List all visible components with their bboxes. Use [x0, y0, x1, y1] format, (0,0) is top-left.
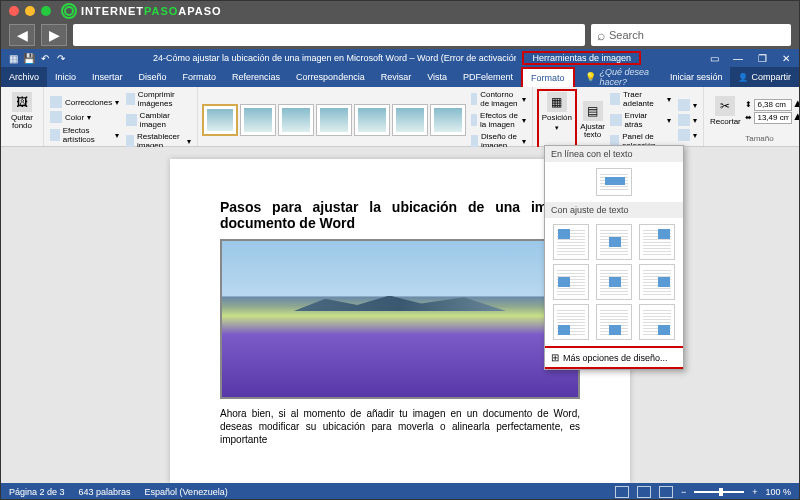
pos-bot-left[interactable]: [553, 304, 589, 340]
comprimir-button[interactable]: Comprimir imágenes: [124, 89, 193, 109]
logo-text-a: INTERNET: [81, 5, 144, 17]
style-thumb-6[interactable]: [392, 104, 428, 136]
tab-formato[interactable]: Formato: [521, 67, 575, 87]
window-title: 24-Cómo ajustar la ubicación de una imag…: [73, 53, 516, 63]
style-thumb-5[interactable]: [354, 104, 390, 136]
signin-button[interactable]: Iniciar sesión: [662, 67, 731, 87]
site-logo: INTERNETPASOAPASO: [61, 3, 222, 19]
style-thumb-1[interactable]: [202, 104, 238, 136]
ribbon-tabs: Archivo Inicio Insertar Diseño Formato R…: [1, 67, 799, 87]
tab-formato-pagina[interactable]: Formato: [175, 67, 225, 87]
minimize-dot[interactable]: [25, 6, 35, 16]
efectos-artisticos-button[interactable]: Efectos artísticos ▾: [48, 125, 121, 145]
align-icon: [678, 99, 690, 111]
tab-insertar[interactable]: Insertar: [84, 67, 131, 87]
restore-icon[interactable]: ❐: [755, 53, 769, 64]
style-thumb-7[interactable]: [430, 104, 466, 136]
group-button[interactable]: ▾: [676, 113, 699, 127]
share-button[interactable]: Compartir: [730, 67, 799, 87]
word-icon: ▦: [7, 52, 19, 64]
zoom-in-button[interactable]: +: [752, 487, 757, 497]
height-field[interactable]: [754, 99, 792, 111]
remove-bg-icon: 🖼: [12, 92, 32, 112]
save-icon[interactable]: 💾: [23, 52, 35, 64]
tab-inicio[interactable]: Inicio: [47, 67, 84, 87]
view-read-icon[interactable]: [615, 486, 629, 498]
logo-icon: [61, 3, 77, 19]
more-layout-options[interactable]: Más opciones de diseño...: [545, 346, 683, 369]
forward-button[interactable]: ▶: [41, 24, 67, 46]
color-button[interactable]: Color ▾: [48, 110, 121, 124]
style-thumb-2[interactable]: [240, 104, 276, 136]
url-input[interactable]: [73, 24, 585, 46]
doc-paragraph: Ahora bien, si al momento de añadir tu i…: [220, 407, 580, 446]
contorno-button[interactable]: Contorno de imagen ▾: [469, 89, 528, 109]
search-placeholder: Search: [609, 29, 644, 41]
width-field[interactable]: [754, 112, 792, 124]
group-ajustar: Correcciones ▾ Color ▾ Efectos artístico…: [44, 87, 198, 146]
undo-icon[interactable]: ↶: [39, 52, 51, 64]
tab-correspondencia[interactable]: Correspondencia: [288, 67, 373, 87]
tab-pdfelement[interactable]: PDFelement: [455, 67, 521, 87]
view-print-icon[interactable]: [637, 486, 651, 498]
style-thumb-4[interactable]: [316, 104, 352, 136]
align-button[interactable]: ▾: [676, 98, 699, 112]
style-thumb-3[interactable]: [278, 104, 314, 136]
rotate-button[interactable]: ▾: [676, 128, 699, 142]
traer-adelante-button[interactable]: Traer adelante ▾: [608, 89, 673, 109]
tab-vista[interactable]: Vista: [419, 67, 455, 87]
group-tamano: ✂Recortar ⬍ ⯅⯆ ⬌ ⯅⯆ Tamaño: [704, 87, 800, 146]
tab-referencias[interactable]: Referencias: [224, 67, 288, 87]
back-button[interactable]: ◀: [9, 24, 35, 46]
cambiar-imagen-button[interactable]: Cambiar imagen: [124, 110, 193, 130]
search-input[interactable]: Search: [591, 24, 791, 46]
ajustar-texto-button[interactable]: ▤Ajustar texto: [580, 89, 606, 151]
close-icon[interactable]: ✕: [779, 53, 793, 64]
color-icon: [50, 111, 62, 123]
contextual-tab-label: Herramientas de imagen: [522, 51, 641, 65]
minimize-icon[interactable]: —: [731, 53, 745, 64]
pos-bot-right[interactable]: [639, 304, 675, 340]
wrap-text-icon: ▤: [583, 101, 603, 121]
pos-mid-left[interactable]: [553, 264, 589, 300]
group-icon: [678, 114, 690, 126]
posicion-button[interactable]: ▦Posición▾: [540, 92, 574, 132]
selected-image[interactable]: [220, 239, 580, 399]
view-web-icon[interactable]: [659, 486, 673, 498]
tell-me-input[interactable]: ¿Qué desea hacer?: [575, 67, 662, 87]
ribbon-options-icon[interactable]: ▭: [707, 53, 721, 64]
group-estilos: Contorno de imagen ▾ Efectos de la image…: [198, 87, 533, 146]
rotate-icon: [678, 129, 690, 141]
pos-mid-center[interactable]: [596, 264, 632, 300]
group-label-tamano: Tamaño: [708, 133, 800, 144]
status-words[interactable]: 643 palabras: [79, 487, 131, 497]
tab-diseno[interactable]: Diseño: [131, 67, 175, 87]
height-input[interactable]: ⬍ ⯅⯆: [745, 99, 800, 111]
status-page[interactable]: Página 2 de 3: [9, 487, 65, 497]
pos-bot-center[interactable]: [596, 304, 632, 340]
pos-top-center[interactable]: [596, 224, 632, 260]
enviar-atras-button[interactable]: Enviar atrás ▾: [608, 110, 673, 130]
pos-mid-right[interactable]: [639, 264, 675, 300]
tab-revisar[interactable]: Revisar: [373, 67, 420, 87]
style-gallery[interactable]: [202, 89, 466, 151]
position-icon: ▦: [547, 92, 567, 112]
status-bar: Página 2 de 3 643 palabras Español (Vene…: [1, 483, 799, 500]
quitar-fondo-button[interactable]: 🖼Quitar fondo: [5, 89, 39, 133]
correcciones-button[interactable]: Correcciones ▾: [48, 95, 121, 109]
zoom-value[interactable]: 100 %: [765, 487, 791, 497]
logo-text-b: PASO: [144, 5, 178, 17]
pos-top-right[interactable]: [639, 224, 675, 260]
status-lang[interactable]: Español (Venezuela): [145, 487, 228, 497]
tab-archivo[interactable]: Archivo: [1, 67, 47, 87]
recortar-button[interactable]: ✂Recortar: [708, 89, 742, 133]
efectos-imagen-button[interactable]: Efectos de la imagen ▾: [469, 110, 528, 130]
pos-top-left[interactable]: [553, 224, 589, 260]
close-dot[interactable]: [9, 6, 19, 16]
width-input[interactable]: ⬌ ⯅⯆: [745, 112, 800, 124]
zoom-slider[interactable]: [694, 491, 744, 493]
zoom-out-button[interactable]: −: [681, 487, 686, 497]
redo-icon[interactable]: ↷: [55, 52, 67, 64]
maximize-dot[interactable]: [41, 6, 51, 16]
pos-inline[interactable]: [596, 168, 632, 196]
